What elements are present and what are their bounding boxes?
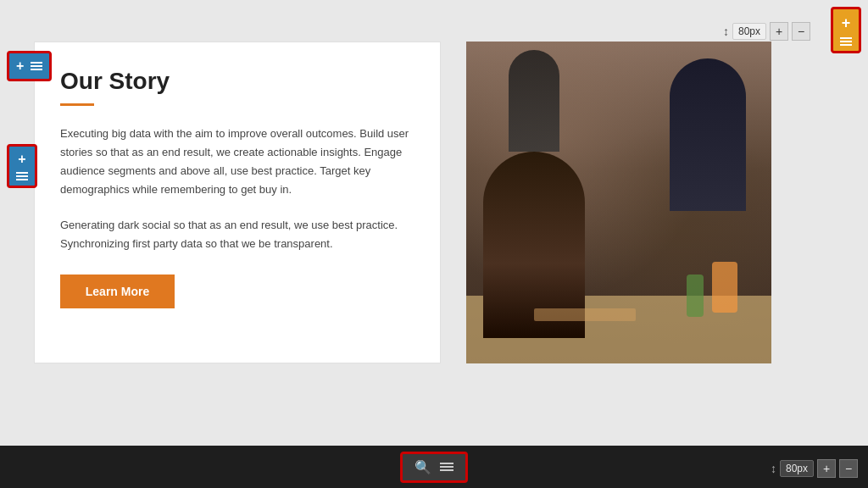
text-panel: Our Story Executing big data with the ai… [34, 42, 441, 363]
height-indicator-bottom: ↕ 80px + − [771, 459, 858, 478]
content-section: Our Story Executing big data with the ai… [34, 10, 834, 395]
bottom-height-arrow-icon: ↕ [771, 462, 776, 475]
image-panel [466, 42, 771, 363]
height-arrow-icon: ↕ [723, 25, 729, 38]
block-toolbar-top-right[interactable]: + [831, 7, 861, 53]
top-right-toolbar-lines-icon[interactable] [840, 37, 852, 46]
toolbar-plus-icon[interactable]: + [16, 58, 24, 74]
bottom-height-px-value: 80px [780, 460, 814, 477]
toolbar-lines-icon[interactable] [31, 62, 42, 70]
height-indicator-top: ↕ 80px + − [723, 22, 810, 41]
section-title: Our Story [60, 68, 415, 95]
bottom-height-plus-button[interactable]: + [817, 459, 836, 478]
bottom-lines-icon[interactable] [440, 463, 453, 471]
bottom-bar: 🔍 ↕ 80px + − [0, 446, 868, 488]
left-toolbar-plus-icon[interactable]: + [18, 152, 25, 167]
height-plus-button[interactable]: + [770, 22, 788, 41]
height-minus-button[interactable]: − [792, 22, 810, 41]
title-underline [60, 103, 94, 106]
bottom-center-toolbar[interactable]: 🔍 [400, 452, 468, 483]
block-toolbar-left-side[interactable]: + [7, 144, 37, 188]
person-figure-2 [670, 58, 746, 211]
left-toolbar-lines-icon[interactable] [16, 172, 28, 180]
image-placeholder [466, 42, 771, 363]
body-paragraph-1: Executing big data with the aim to impro… [60, 125, 415, 199]
bottom-search-icon[interactable]: 🔍 [415, 459, 431, 475]
bottom-height-minus-button[interactable]: − [839, 459, 858, 478]
body-paragraph-2: Generating dark social so that as an end… [60, 216, 415, 253]
block-toolbar-top-left[interactable]: + [7, 51, 52, 81]
top-right-toolbar-plus-icon[interactable]: + [842, 14, 851, 32]
editor-canvas: Our Story Executing big data with the ai… [0, 0, 868, 446]
learn-more-button[interactable]: Learn More [60, 274, 175, 308]
height-px-value: 80px [732, 23, 766, 40]
